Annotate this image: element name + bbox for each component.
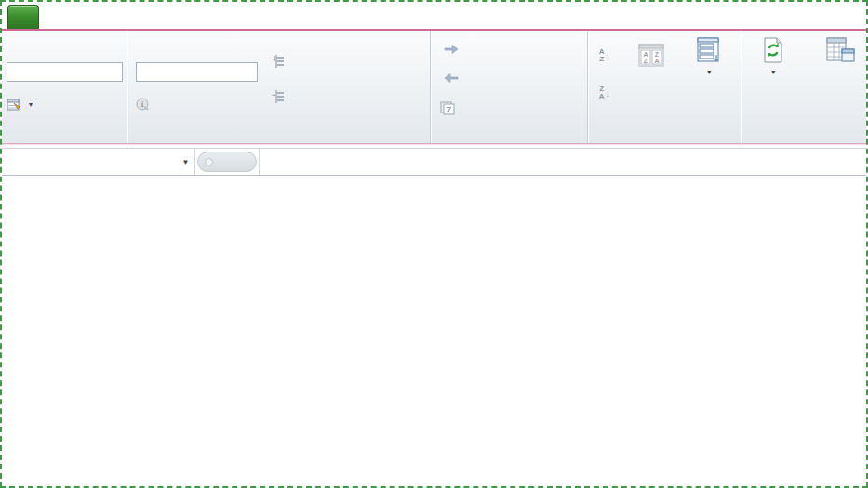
pivottable-options-button[interactable]: ▾	[7, 98, 33, 112]
ribbon: ▾ i +	[2, 31, 866, 144]
name-box[interactable]	[2, 149, 177, 175]
svg-text:Z: Z	[644, 58, 648, 64]
sort-za-descending-icon: ZA	[599, 86, 605, 100]
ribbon-tab-bar	[2, 2, 866, 31]
field-settings-button[interactable]: i	[136, 98, 154, 112]
chevron-down-icon: ▼	[182, 158, 190, 166]
collapse-entire-field-button[interactable]: −	[269, 90, 288, 105]
svg-text:A: A	[654, 58, 659, 64]
chevron-down-icon: ▾	[771, 66, 775, 79]
down-arrow-icon: ↓	[606, 50, 611, 61]
refresh-button[interactable]: ▾	[749, 36, 797, 79]
group-field-icon: 7	[440, 101, 455, 115]
svg-text:A: A	[643, 51, 648, 58]
insert-slicer-icon	[694, 36, 722, 64]
sort-descending-button[interactable]: ZA↓	[599, 83, 621, 103]
formula-buttons	[197, 152, 257, 172]
down-arrow-icon: ↓	[606, 87, 611, 99]
expand-entire-field-button[interactable]: +	[269, 55, 288, 70]
sort-az-ascending-icon: AZ	[599, 48, 605, 63]
formula-input[interactable]	[259, 149, 866, 175]
arrow-right-icon	[444, 44, 459, 55]
change-data-source-button[interactable]	[801, 36, 868, 66]
sheet-grid	[2, 180, 866, 486]
arrow-left-icon	[444, 73, 459, 84]
name-box-dropdown[interactable]: ▼	[177, 149, 195, 175]
active-field-input[interactable]	[136, 62, 258, 82]
sort-button[interactable]: A Z Z A	[629, 42, 674, 72]
ribbon-group-group: 7	[431, 31, 588, 143]
sort-ascending-button[interactable]: AZ↓	[599, 46, 621, 66]
group-field-button[interactable]: 7	[440, 101, 459, 115]
refresh-icon	[760, 36, 786, 64]
excel-window: { "colors": { "accent_pink": "#d06a9a", …	[0, 0, 868, 488]
formula-collapse-dot-icon	[205, 158, 213, 166]
group-selection-button[interactable]	[444, 44, 462, 55]
svg-text:7: 7	[447, 105, 451, 114]
ribbon-group-data: ▾	[741, 31, 866, 143]
insert-slicer-button[interactable]: ▾	[679, 36, 737, 79]
field-settings-icon: i	[136, 98, 150, 112]
change-data-source-icon	[825, 36, 855, 64]
formula-bar: ▼	[2, 148, 866, 176]
tab-file[interactable]	[7, 5, 39, 29]
ribbon-group-sort-filter: AZ↓ ZA↓ A Z Z A	[588, 31, 741, 143]
expand-field-icon: +	[269, 55, 285, 70]
sort-dialog-icon: A Z Z A	[638, 42, 664, 70]
pivottable-options-icon	[7, 98, 21, 112]
pivottable-name-input[interactable]	[7, 62, 123, 82]
collapse-field-icon: −	[269, 90, 285, 105]
chevron-down-icon: ▾	[29, 100, 33, 109]
ungroup-button[interactable]	[444, 73, 462, 84]
svg-text:Z: Z	[655, 51, 660, 58]
ribbon-group-active-field: i + −	[127, 31, 431, 143]
chevron-down-icon: ▾	[707, 66, 711, 79]
ribbon-group-pivottable: ▾	[2, 31, 127, 143]
